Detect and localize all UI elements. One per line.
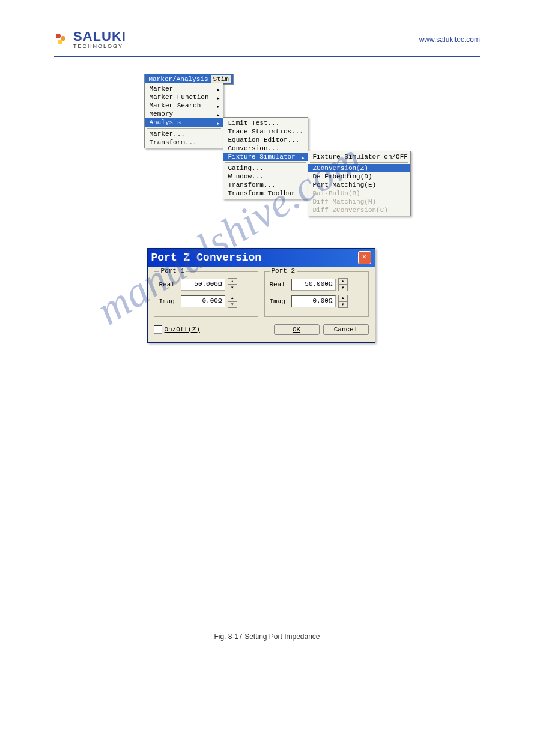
- spin-up-icon[interactable]: ▴: [228, 278, 237, 285]
- port2-real-row: Real 50.000Ω ▴▾: [270, 278, 363, 291]
- port-z-conversion-dialog: Port Z Conversion ✕ Port 1 Real 50.000Ω …: [147, 248, 375, 343]
- menu-level-1: Marker▸ Marker Function▸ Marker Search▸ …: [144, 83, 223, 148]
- menu-de-embedding[interactable]: De-Embedding(D): [308, 172, 410, 181]
- dialog-titlebar: Port Z Conversion ✕: [148, 249, 375, 267]
- chevron-right-icon: ▸: [301, 154, 305, 162]
- dialog-footer: On/Off(Z) OK Cancel: [148, 322, 375, 342]
- menu-trace-stats[interactable]: Trace Statistics...: [223, 127, 308, 136]
- menu-equation-editor[interactable]: Equation Editor...: [223, 136, 308, 144]
- menu-fixture-simulator[interactable]: Fixture Simulator▸: [223, 153, 308, 161]
- menu-level-3: Fixture Simulator on/OFF ZConversion(Z) …: [308, 151, 411, 216]
- onoff-checkbox[interactable]: [154, 325, 162, 334]
- menu-diff-zconversion: Diff ZConversion(C): [308, 206, 410, 214]
- port1-real-spinner[interactable]: ▴▾: [228, 278, 237, 291]
- spin-up-icon[interactable]: ▴: [228, 295, 237, 301]
- spin-down-icon[interactable]: ▾: [338, 301, 348, 308]
- ok-button[interactable]: OK: [274, 324, 320, 335]
- menu-separator: [310, 162, 408, 163]
- close-icon[interactable]: ✕: [358, 251, 371, 264]
- cancel-button[interactable]: Cancel: [323, 324, 369, 335]
- menubar-stim[interactable]: Stim: [211, 75, 231, 83]
- spin-up-icon[interactable]: ▴: [338, 295, 348, 301]
- menu-marker[interactable]: Marker▸: [145, 85, 223, 93]
- port2-real-label: Real: [270, 281, 291, 288]
- menubar-marker-analysis[interactable]: Marker/Analysis: [147, 75, 210, 83]
- menu-diff-matching: Diff Matching(M): [308, 198, 410, 206]
- port2-imag-row: Imag 0.00Ω ▴▾: [270, 295, 363, 308]
- menu-zconversion[interactable]: ZConversion(Z): [308, 164, 410, 172]
- spin-up-icon[interactable]: ▴: [338, 278, 348, 285]
- menu-transform-toolbar[interactable]: Transform Toolbar: [223, 189, 308, 198]
- figure-caption: Fig. 8-17 Setting Port Impedance: [54, 632, 480, 641]
- brand-sub: TECHNOLOGY: [73, 43, 126, 49]
- brand-name: SALUKI: [73, 29, 126, 44]
- menu-conversion[interactable]: Conversion...: [223, 144, 308, 153]
- menu-window[interactable]: Window...: [223, 172, 308, 181]
- menu-separator: [147, 128, 221, 129]
- spin-down-icon[interactable]: ▾: [338, 285, 348, 291]
- logo-text-wrap: SALUKI TECHNOLOGY: [73, 30, 126, 49]
- menu-analysis[interactable]: Analysis▸: [145, 118, 223, 127]
- spin-down-icon[interactable]: ▾: [228, 301, 237, 308]
- port2-imag-spinner[interactable]: ▴▾: [338, 295, 348, 308]
- menu-limit-test[interactable]: Limit Test...: [223, 119, 308, 127]
- port1-imag-input[interactable]: 0.00Ω: [181, 295, 225, 307]
- onoff-label[interactable]: On/Off(Z): [165, 326, 200, 333]
- screenshot-figure: Marker/Analysis Stim Marker▸ Marker Func…: [147, 74, 387, 350]
- port2-real-spinner[interactable]: ▴▾: [338, 278, 348, 291]
- chevron-right-icon: ▸: [216, 119, 220, 127]
- port2-imag-input[interactable]: 0.00Ω: [291, 295, 336, 307]
- menu-bal-balun: Bal-BalUn(B): [308, 189, 410, 198]
- menu-marker-function[interactable]: Marker Function▸: [145, 93, 223, 101]
- port1-imag-spinner[interactable]: ▴▾: [228, 295, 237, 308]
- port2-legend: Port 2: [270, 267, 297, 274]
- page-header: SALUKI TECHNOLOGY www.salukitec.com: [54, 30, 480, 57]
- menu-marker-search[interactable]: Marker Search▸: [145, 101, 223, 110]
- menu-port-matching[interactable]: Port Matching(E): [308, 181, 410, 189]
- port1-legend: Port 1: [159, 267, 187, 274]
- port1-real-input[interactable]: 50.000Ω: [181, 279, 225, 291]
- port1-imag-label: Imag: [159, 298, 181, 305]
- svg-point-2: [58, 40, 62, 44]
- menu-marker-dlg[interactable]: Marker...: [145, 130, 223, 138]
- port2-group: Port 2 Real 50.000Ω ▴▾ Imag 0.00Ω ▴▾: [264, 271, 369, 317]
- menu-fixture-sim-onoff[interactable]: Fixture Simulator on/OFF: [308, 153, 410, 161]
- port2-imag-label: Imag: [270, 298, 291, 305]
- port1-group: Port 1 Real 50.000Ω ▴▾ Imag 0.00Ω ▴▾: [154, 271, 258, 317]
- menu-transform-dlg[interactable]: Transform...: [145, 138, 223, 147]
- dialog-title: Port Z Conversion: [151, 252, 262, 264]
- saluki-logo-icon: [54, 32, 70, 47]
- port2-real-input[interactable]: 50.000Ω: [291, 279, 336, 291]
- menu-gating[interactable]: Gating...: [223, 164, 308, 172]
- dialog-body: Port 1 Real 50.000Ω ▴▾ Imag 0.00Ω ▴▾ Por…: [148, 267, 375, 322]
- menu-separator: [225, 162, 306, 163]
- port1-real-label: Real: [159, 281, 181, 288]
- port1-imag-row: Imag 0.00Ω ▴▾: [159, 295, 253, 308]
- menu-level-2: Limit Test... Trace Statistics... Equati…: [223, 117, 308, 199]
- menu-transform[interactable]: Transform...: [223, 181, 308, 189]
- svg-point-0: [56, 34, 61, 38]
- site-url: www.salukitec.com: [419, 35, 480, 44]
- port1-real-row: Real 50.000Ω ▴▾: [159, 278, 253, 291]
- menu-memory[interactable]: Memory▸: [145, 110, 223, 118]
- spin-down-icon[interactable]: ▾: [228, 285, 237, 291]
